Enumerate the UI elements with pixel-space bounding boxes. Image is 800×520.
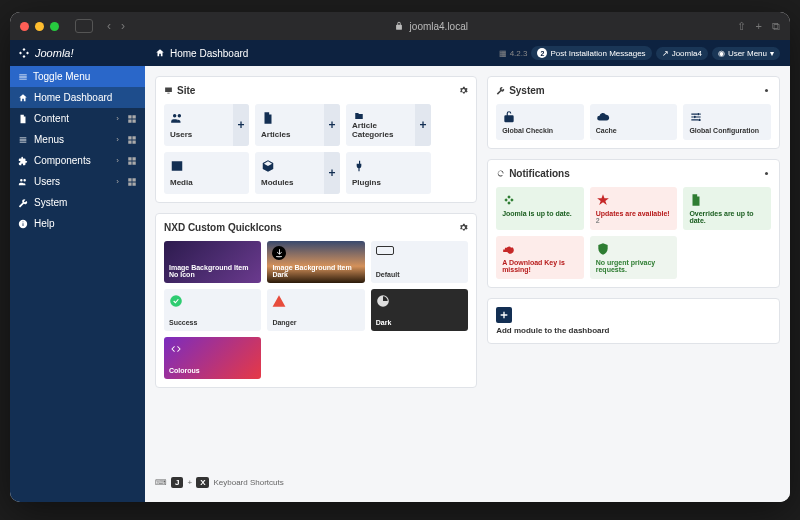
panel-notif-title: Notifications	[509, 168, 570, 179]
gear-icon[interactable]	[459, 223, 468, 232]
brand[interactable]: Joomla!	[10, 40, 145, 66]
tabs-icon[interactable]: ⧉	[772, 20, 780, 33]
card-users[interactable]: Users+	[164, 104, 249, 146]
gear-icon[interactable]	[762, 169, 771, 178]
card-label: Global Checkin	[502, 127, 578, 134]
nav-label: Home Dashboard	[34, 92, 112, 103]
card-modules[interactable]: Modules+	[255, 152, 340, 194]
svg-point-3	[694, 116, 696, 118]
share-icon[interactable]: ⇧	[737, 20, 746, 33]
svg-point-5	[511, 246, 513, 248]
warning-icon	[272, 294, 286, 308]
sidebar-item-help[interactable]: Help	[10, 213, 145, 234]
list-icon	[18, 135, 28, 145]
brand-label: Joomla!	[35, 47, 74, 59]
card-global-configuration[interactable]: Global Configuration	[683, 104, 771, 140]
refresh-icon	[496, 169, 505, 178]
add-button[interactable]: +	[324, 152, 340, 194]
toggle-icon	[18, 72, 28, 82]
plug-icon	[352, 159, 366, 173]
card-articles[interactable]: Articles+	[255, 104, 340, 146]
sidebar-item-content[interactable]: Content›	[10, 108, 145, 129]
notif-star[interactable]: Updates are available! 2	[590, 187, 678, 230]
grid-icon[interactable]	[127, 135, 137, 145]
card-plugins[interactable]: Plugins	[346, 152, 431, 194]
quickicon-danger[interactable]: Danger	[267, 289, 364, 331]
notif-file[interactable]: Overrides are up to date.	[683, 187, 771, 230]
users-icon	[170, 111, 184, 125]
card-label: Global Configuration	[689, 127, 765, 134]
panel-system: System Global CheckinCacheGlobal Configu…	[487, 76, 780, 149]
sidebar-toggle-icon[interactable]	[75, 19, 93, 33]
panel-site-title: Site	[177, 85, 195, 96]
add-button[interactable]: +	[233, 104, 249, 146]
plus-icon	[496, 307, 512, 323]
lock-icon	[394, 21, 404, 31]
sidebar-item-menus[interactable]: Menus›	[10, 129, 145, 150]
quickicon-label: Colorous	[169, 367, 256, 374]
notif-shield[interactable]: No urgent privacy requests.	[590, 236, 678, 279]
home-icon	[18, 93, 28, 103]
add-button[interactable]: +	[415, 104, 431, 146]
user-menu[interactable]: ◉ User Menu ▾	[712, 47, 780, 60]
sliders-icon	[689, 110, 703, 124]
notif-label: Overrides are up to date.	[689, 210, 765, 224]
newtab-icon[interactable]: +	[756, 20, 762, 33]
puzzle-icon	[18, 156, 28, 166]
version: ▦ 4.2.3	[499, 49, 527, 58]
notif-key[interactable]: A Download Key is missing!	[496, 236, 584, 279]
desktop-icon	[164, 86, 173, 95]
grid-icon[interactable]	[127, 156, 137, 166]
toggle-menu[interactable]: Toggle Menu	[10, 66, 145, 87]
grid-icon[interactable]	[127, 177, 137, 187]
file-icon	[689, 193, 703, 207]
quickicon-label: Image Background Item Dark	[272, 264, 359, 278]
nav-label: Users	[34, 176, 60, 187]
minimize-dot[interactable]	[35, 22, 44, 31]
quickicon-label: Dark	[376, 319, 463, 326]
quickicon-dark[interactable]: Dark	[371, 289, 468, 331]
close-dot[interactable]	[20, 22, 29, 31]
cube-icon	[261, 159, 275, 173]
back-icon[interactable]: ‹	[107, 19, 111, 33]
quickicon-img2[interactable]: Image Background Item Dark	[267, 241, 364, 283]
nav-label: Components	[34, 155, 91, 166]
url[interactable]: joomla4.local	[410, 21, 468, 32]
download-icon	[272, 246, 286, 260]
add-module[interactable]: Add module to the dashboard	[487, 298, 780, 344]
chevron-right-icon: ›	[116, 156, 119, 165]
notif-label: Updates are available! 2	[596, 210, 672, 224]
grid-icon[interactable]	[127, 114, 137, 124]
quickicon-img1[interactable]: Image Background Item No Icon	[164, 241, 261, 283]
wrench-icon	[18, 198, 28, 208]
star-icon	[596, 193, 610, 207]
gear-icon[interactable]	[762, 86, 771, 95]
notif-label: A Download Key is missing!	[502, 259, 578, 273]
image-icon	[170, 159, 184, 173]
quickicon-success[interactable]: Success	[164, 289, 261, 331]
sidebar-item-users[interactable]: Users›	[10, 171, 145, 192]
sidebar-item-components[interactable]: Components›	[10, 150, 145, 171]
card-cache[interactable]: Cache	[590, 104, 678, 140]
sidebar-item-system[interactable]: System	[10, 192, 145, 213]
gear-icon[interactable]	[459, 86, 468, 95]
card-global-checkin[interactable]: Global Checkin	[496, 104, 584, 140]
info-icon	[18, 219, 28, 229]
post-install-messages[interactable]: 2 Post Installation Messages	[531, 46, 651, 60]
add-button[interactable]: +	[324, 104, 340, 146]
quickicon-colorous[interactable]: Colorous	[164, 337, 261, 379]
nav-label: Help	[34, 218, 55, 229]
forward-icon[interactable]: ›	[121, 19, 125, 33]
site-link[interactable]: ↗ Joomla4	[656, 47, 708, 60]
card-article-categories[interactable]: Article Categories+	[346, 104, 431, 146]
maximize-dot[interactable]	[50, 22, 59, 31]
unlock-icon	[502, 110, 516, 124]
panel-notifications: Notifications Joomla is up to date.Updat…	[487, 159, 780, 288]
panel-site: Site Users+Articles+Article Categories+M…	[155, 76, 477, 203]
nav-label: System	[34, 197, 67, 208]
quickicon-default[interactable]: Default	[371, 241, 468, 283]
sidebar-item-home-dashboard[interactable]: Home Dashboard	[10, 87, 145, 108]
svg-point-2	[698, 113, 700, 115]
card-media[interactable]: Media	[164, 152, 249, 194]
notif-joomla[interactable]: Joomla is up to date.	[496, 187, 584, 230]
